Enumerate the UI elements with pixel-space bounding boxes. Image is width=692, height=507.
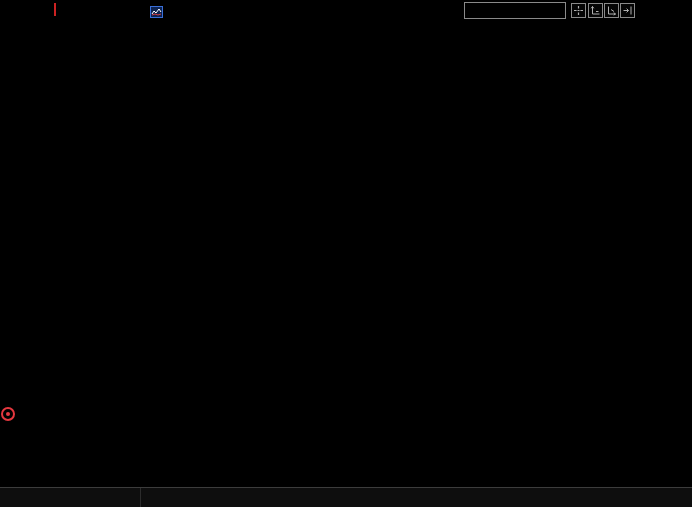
tab-daily[interactable] <box>0 488 141 507</box>
axis-pan-button[interactable] <box>604 3 619 18</box>
axis-pan-icon <box>606 5 617 16</box>
jump-latest-button[interactable] <box>620 3 635 18</box>
chart-canvas[interactable] <box>0 0 692 507</box>
jump-latest-icon <box>622 5 633 16</box>
panel-divider-marker-icon[interactable] <box>1 407 15 421</box>
macd-header <box>64 308 88 322</box>
edge-marker <box>54 3 56 16</box>
mini-chart-icon <box>150 4 163 24</box>
axis-scale-button[interactable] <box>588 3 603 18</box>
theme-dropdown[interactable] <box>464 2 566 19</box>
crosshair-icon <box>573 5 584 16</box>
bottom-bar <box>0 487 692 507</box>
header-bar <box>0 0 692 20</box>
rsi-header <box>64 411 88 425</box>
chart-app <box>0 0 692 507</box>
axis-scale-icon <box>590 5 601 16</box>
crosshair-button[interactable] <box>571 3 586 18</box>
